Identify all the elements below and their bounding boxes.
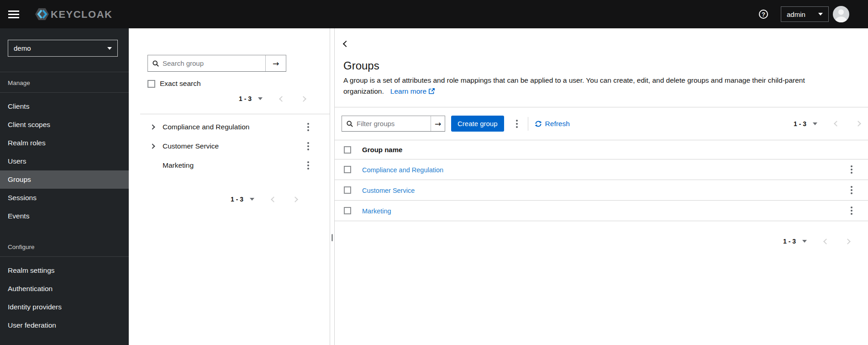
panel-resize-handle[interactable]: [330, 28, 335, 345]
row-checkbox[interactable]: [344, 186, 351, 194]
row-kebab-menu-icon[interactable]: [849, 205, 854, 217]
search-submit-button[interactable]: →: [266, 55, 286, 71]
group-link-compliance-and-regulation[interactable]: Compliance and Regulation: [362, 166, 443, 174]
pagination-range: 1 - 3: [231, 196, 243, 203]
expand-toggle[interactable]: [151, 125, 158, 129]
sidebar-item-identity-providers[interactable]: Identity providers: [0, 298, 129, 316]
column-header-group-name: Group name: [357, 146, 835, 154]
groups-table: Group name Compliance and Regulation Cus…: [335, 140, 868, 221]
pagination-prev-button[interactable]: [279, 96, 285, 102]
pagination-options-toggle[interactable]: [801, 239, 808, 244]
create-group-button[interactable]: Create group: [451, 116, 504, 132]
avatar[interactable]: [833, 6, 849, 22]
pagination-options-toggle[interactable]: [257, 96, 263, 101]
divider: [335, 107, 868, 107]
learn-more-link[interactable]: Learn more: [390, 87, 435, 95]
masthead: KEYCLOAK ? admin: [0, 0, 868, 28]
chevron-right-icon: [150, 143, 155, 149]
realm-selector[interactable]: demo: [8, 40, 118, 57]
user-dropdown[interactable]: admin: [781, 6, 829, 22]
group-link-customer-service[interactable]: Customer Service: [362, 187, 415, 194]
refresh-button[interactable]: Refresh: [535, 120, 570, 128]
help-icon[interactable]: ?: [759, 10, 768, 19]
refresh-icon: [535, 120, 542, 127]
caret-down-icon: [813, 122, 817, 125]
pagination-range: 1 - 3: [783, 238, 796, 245]
kebab-menu-icon[interactable]: [305, 140, 311, 152]
chevron-right-icon: [855, 121, 861, 127]
group-search-input[interactable]: [163, 59, 265, 67]
sidebar-item-users[interactable]: Users: [0, 152, 129, 170]
tree-pagination-bottom: 1 - 3: [231, 196, 298, 203]
tree-item-marketing[interactable]: Marketing: [129, 156, 330, 175]
chevron-right-icon: [845, 239, 851, 244]
search-icon: [153, 60, 159, 67]
chevron-right-icon: [300, 96, 306, 102]
pagination-prev-button[interactable]: [834, 121, 840, 127]
nav-section-configure: Configure: [0, 236, 129, 257]
pagination-range: 1 - 3: [239, 95, 252, 102]
page-title: Groups: [343, 59, 379, 72]
toolbar-kebab-menu-icon[interactable]: [514, 118, 520, 130]
row-kebab-menu-icon[interactable]: [849, 184, 854, 196]
groups-tree-panel: → Exact search 1 - 3 Compliance and Regu…: [129, 28, 330, 345]
sidebar-item-groups[interactable]: Groups: [0, 170, 129, 189]
filter-groups-input[interactable]: [357, 120, 431, 127]
pagination-next-button[interactable]: [300, 96, 306, 102]
sidebar-item-clients[interactable]: Clients: [0, 97, 129, 116]
table-row: Compliance and Regulation: [335, 159, 868, 180]
table-row: Marketing: [335, 201, 868, 221]
row-kebab-menu-icon[interactable]: [849, 164, 854, 175]
pagination-prev-button[interactable]: [271, 196, 277, 202]
hamburger-menu-icon[interactable]: [8, 9, 19, 20]
pagination-next-button[interactable]: [292, 196, 298, 202]
expand-toggle[interactable]: [151, 144, 158, 148]
tree-item-customer-service[interactable]: Customer Service: [129, 137, 330, 156]
sidebar-item-user-federation[interactable]: User federation: [0, 316, 129, 334]
tree-pagination-top: 1 - 3: [239, 95, 306, 102]
page-description: A group is a set of attributes and role …: [343, 75, 823, 97]
chevron-left-icon: [279, 96, 285, 102]
sidebar-item-realm-roles[interactable]: Realm roles: [0, 134, 129, 152]
current-realm: demo: [14, 44, 31, 52]
pagination-next-button[interactable]: [855, 121, 861, 127]
chevron-down-icon: [818, 13, 823, 16]
select-all-checkbox[interactable]: [344, 146, 351, 154]
sidebar-item-client-scopes[interactable]: Client scopes: [0, 116, 129, 134]
caret-down-icon: [250, 198, 254, 201]
tree-item-compliance-and-regulation[interactable]: Compliance and Regulation: [129, 117, 330, 137]
sidebar-item-realm-settings[interactable]: Realm settings: [0, 261, 129, 280]
chevron-right-icon: [150, 124, 155, 129]
divider: [528, 117, 528, 131]
chevron-left-icon: [823, 239, 829, 244]
exact-search-label: Exact search: [160, 80, 201, 88]
caret-down-icon: [258, 97, 263, 100]
row-checkbox[interactable]: [344, 207, 351, 214]
nav-section-manage: Manage: [0, 72, 129, 93]
pagination-options-toggle[interactable]: [812, 122, 818, 126]
pagination-options-toggle[interactable]: [249, 197, 255, 202]
pagination-prev-button[interactable]: [823, 239, 829, 244]
chevron-right-icon: [292, 196, 298, 202]
exact-search-option[interactable]: Exact search: [147, 80, 201, 88]
brand-text: KEYCLOAK: [51, 9, 112, 20]
exact-search-checkbox[interactable]: [147, 80, 155, 88]
filter-submit-button[interactable]: →: [431, 116, 445, 131]
arrow-right-icon: →: [435, 119, 441, 128]
angle-left-icon: [343, 41, 349, 47]
table-pagination-bottom: 1 - 3: [783, 238, 851, 245]
search-icon: [347, 121, 353, 127]
sidebar-item-authentication[interactable]: Authentication: [0, 280, 129, 298]
kebab-menu-icon[interactable]: [305, 159, 311, 171]
back-button[interactable]: [340, 39, 352, 49]
group-link-marketing[interactable]: Marketing: [362, 207, 391, 215]
chevron-down-icon: [107, 47, 112, 50]
sidebar-item-sessions[interactable]: Sessions: [0, 189, 129, 207]
table-pagination-top: 1 - 3: [794, 120, 861, 127]
pagination-next-button[interactable]: [845, 239, 851, 244]
row-checkbox[interactable]: [344, 166, 351, 173]
filter-groups-box: →: [342, 116, 445, 132]
sidebar-item-events[interactable]: Events: [0, 207, 129, 225]
kebab-menu-icon[interactable]: [305, 121, 311, 133]
group-search-box: →: [147, 55, 286, 72]
